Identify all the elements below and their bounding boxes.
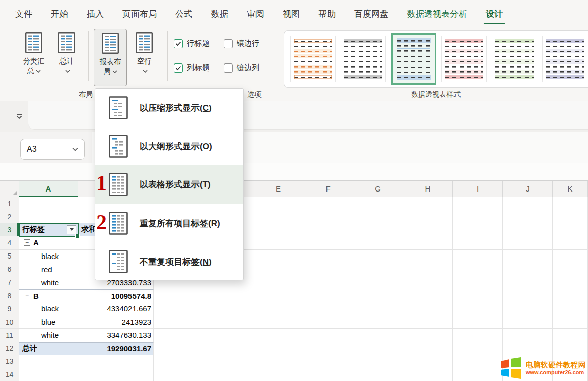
tab-formulas[interactable]: 公式 [175,9,192,20]
cell-I7[interactable] [453,276,503,289]
row-header-4[interactable]: 4 [0,236,19,249]
row-header-6[interactable]: 6 [0,263,19,276]
cell-A2[interactable] [19,210,78,223]
cell-I12[interactable] [453,342,503,355]
cell-H8[interactable] [403,289,453,302]
cell-C9[interactable] [154,302,204,315]
tab-baidu-netdisk[interactable]: 百度网盘 [354,9,388,20]
cell-E1[interactable] [253,197,303,210]
cell-C10[interactable] [154,315,204,329]
cell-J3[interactable] [503,223,553,236]
cell-D8[interactable] [204,289,253,302]
select-all-corner[interactable] [0,181,19,197]
cell-D9[interactable] [204,302,253,315]
cell-A8[interactable]: −B [19,289,78,302]
cell-A7[interactable]: white [19,276,78,289]
cell-K1[interactable] [553,197,588,210]
cell-G2[interactable] [353,210,403,223]
cell-B9[interactable]: 4334021.667 [78,302,154,315]
cell-K4[interactable] [553,236,588,249]
cell-I1[interactable] [453,197,503,210]
filter-dropdown-button[interactable] [67,225,76,234]
cell-F13[interactable] [303,355,353,368]
row-header-13[interactable]: 13 [0,355,19,368]
cell-D11[interactable] [204,329,253,342]
column-header-J[interactable]: J [503,181,553,197]
cell-J1[interactable] [503,197,553,210]
menu-item-outline-form[interactable]: 以大纲形式显示(O) [95,127,243,165]
row-header-3[interactable]: 3 [0,223,19,236]
cell-J10[interactable] [503,315,553,329]
cell-J9[interactable] [503,302,553,315]
row-header-10[interactable]: 10 [0,315,19,329]
cell-F5[interactable] [303,250,353,263]
cell-A4[interactable]: −A [19,236,78,249]
cell-G11[interactable] [353,329,403,342]
cell-I14[interactable] [453,368,503,381]
column-header-G[interactable]: G [353,181,403,197]
tab-home[interactable]: 开始 [51,9,68,20]
row-header-2[interactable]: 2 [0,210,19,223]
cell-B10[interactable]: 2413923 [78,315,154,329]
cell-J7[interactable] [503,276,553,289]
cell-H6[interactable] [403,263,453,276]
cell-A3[interactable]: 行标签 [19,223,78,236]
cell-F10[interactable] [303,315,353,329]
report-layout-button[interactable]: 报表布 局 [94,29,127,86]
tab-review[interactable]: 审阅 [247,9,264,20]
tab-page-layout[interactable]: 页面布局 [122,9,157,20]
cell-K7[interactable] [553,276,588,289]
cell-K5[interactable] [553,250,588,263]
cell-I10[interactable] [453,315,503,329]
cell-K8[interactable] [553,289,588,302]
cell-E6[interactable] [253,263,303,276]
cell-E12[interactable] [253,342,303,355]
cell-C14[interactable] [154,368,204,381]
cell-E5[interactable] [253,250,303,263]
cell-B12[interactable]: 19290031.67 [78,342,154,355]
collapse-button[interactable]: − [24,293,30,299]
cell-I4[interactable] [453,236,503,249]
cell-A14[interactable] [19,368,78,381]
column-header-H[interactable]: H [403,181,453,197]
cell-G3[interactable] [353,223,403,236]
collapse-button[interactable]: − [24,239,30,246]
banded-rows-checkbox[interactable]: 镶边行 [224,39,259,48]
column-header-I[interactable]: I [453,181,503,197]
cell-H13[interactable] [403,355,453,368]
cell-J5[interactable] [503,250,553,263]
cell-A10[interactable]: blue [19,315,78,329]
cell-B14[interactable] [78,368,154,381]
cell-H5[interactable] [403,250,453,263]
grand-totals-button[interactable]: 总计 [52,32,81,76]
cell-K6[interactable] [553,263,588,276]
cell-H4[interactable] [403,236,453,249]
cell-G5[interactable] [353,250,403,263]
cell-I9[interactable] [453,302,503,315]
menu-item-do-not-repeat-item-labels[interactable]: 不重复项目标签(N) [95,242,243,281]
cell-F11[interactable] [303,329,353,342]
row-header-5[interactable]: 5 [0,250,19,263]
cell-D10[interactable] [204,315,253,329]
name-box[interactable]: A3 [20,139,85,160]
tab-view[interactable]: 视图 [283,9,300,20]
menu-item-compact-form[interactable]: 以压缩形式显示(C) [95,89,243,127]
cell-G10[interactable] [353,315,403,329]
cell-I3[interactable] [453,223,503,236]
cell-J2[interactable] [503,210,553,223]
cell-J12[interactable] [503,342,553,355]
cell-H14[interactable] [403,368,453,381]
subtotals-button[interactable]: 分类汇 总 [18,32,49,76]
cell-F3[interactable] [303,223,353,236]
cell-C13[interactable] [154,355,204,368]
pivot-style-light-blue-selected[interactable] [391,33,436,85]
row-header-1[interactable]: 1 [0,197,19,210]
tab-insert[interactable]: 插入 [87,9,104,20]
row-header-14[interactable]: 14 [0,368,19,381]
cell-K2[interactable] [553,210,588,223]
pivot-style-green[interactable] [492,36,537,82]
column-header-E[interactable]: E [253,181,303,197]
cell-G1[interactable] [353,197,403,210]
row-header-11[interactable]: 11 [0,329,19,342]
cell-B13[interactable] [78,355,154,368]
